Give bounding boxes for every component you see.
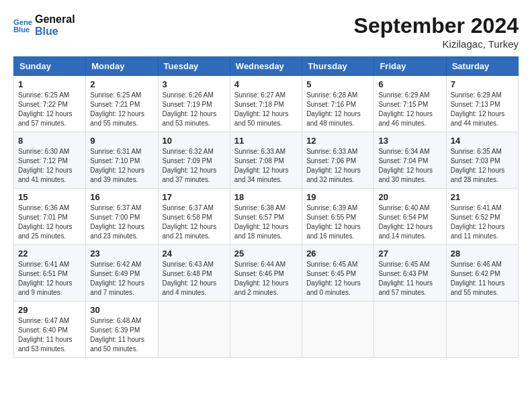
day-number: 22 bbox=[18, 248, 81, 259]
cell-sun-info: Sunrise: 6:43 AM Sunset: 6:48 PM Dayligh… bbox=[163, 260, 226, 298]
calendar-cell: 27Sunrise: 6:45 AM Sunset: 6:43 PM Dayli… bbox=[374, 245, 446, 302]
col-header-tuesday: Tuesday bbox=[158, 57, 230, 76]
calendar-cell: 16Sunrise: 6:37 AM Sunset: 7:00 PM Dayli… bbox=[86, 189, 158, 245]
calendar-cell: 25Sunrise: 6:44 AM Sunset: 6:46 PM Dayli… bbox=[230, 245, 302, 302]
logo-general: General bbox=[35, 13, 75, 26]
cell-sun-info: Sunrise: 6:44 AM Sunset: 6:46 PM Dayligh… bbox=[234, 260, 298, 298]
day-number: 27 bbox=[378, 248, 441, 259]
calendar-cell: 12Sunrise: 6:33 AM Sunset: 7:06 PM Dayli… bbox=[302, 132, 374, 189]
calendar-cell: 20Sunrise: 6:40 AM Sunset: 6:54 PM Dayli… bbox=[374, 189, 446, 245]
day-number: 13 bbox=[378, 136, 441, 146]
cell-sun-info: Sunrise: 6:38 AM Sunset: 6:57 PM Dayligh… bbox=[234, 203, 298, 241]
calendar-cell: 17Sunrise: 6:37 AM Sunset: 6:58 PM Dayli… bbox=[158, 189, 230, 245]
calendar-cell: 28Sunrise: 6:46 AM Sunset: 6:42 PM Dayli… bbox=[446, 245, 518, 302]
day-number: 14 bbox=[451, 136, 514, 146]
cell-sun-info: Sunrise: 6:37 AM Sunset: 6:58 PM Dayligh… bbox=[163, 203, 226, 241]
cell-sun-info: Sunrise: 6:45 AM Sunset: 6:45 PM Dayligh… bbox=[306, 260, 369, 298]
cell-sun-info: Sunrise: 6:42 AM Sunset: 6:49 PM Dayligh… bbox=[90, 260, 153, 298]
col-header-monday: Monday bbox=[86, 57, 158, 76]
day-number: 5 bbox=[306, 79, 369, 89]
col-header-friday: Friday bbox=[374, 57, 446, 76]
col-header-wednesday: Wednesday bbox=[230, 57, 302, 76]
svg-text:General: General bbox=[13, 18, 32, 26]
cell-sun-info: Sunrise: 6:46 AM Sunset: 6:42 PM Dayligh… bbox=[451, 260, 514, 298]
cell-sun-info: Sunrise: 6:39 AM Sunset: 6:55 PM Dayligh… bbox=[306, 203, 369, 241]
calendar-cell: 11Sunrise: 6:33 AM Sunset: 7:08 PM Dayli… bbox=[230, 132, 302, 189]
calendar-cell: 2Sunrise: 6:25 AM Sunset: 7:21 PM Daylig… bbox=[86, 76, 158, 132]
day-number: 6 bbox=[378, 79, 441, 89]
cell-sun-info: Sunrise: 6:48 AM Sunset: 6:39 PM Dayligh… bbox=[90, 316, 153, 354]
cell-sun-info: Sunrise: 6:27 AM Sunset: 7:18 PM Dayligh… bbox=[234, 91, 298, 128]
calendar-cell: 29Sunrise: 6:47 AM Sunset: 6:40 PM Dayli… bbox=[14, 302, 86, 358]
calendar-header-row: SundayMondayTuesdayWednesdayThursdayFrid… bbox=[14, 57, 519, 76]
day-number: 19 bbox=[306, 192, 369, 202]
cell-sun-info: Sunrise: 6:40 AM Sunset: 6:54 PM Dayligh… bbox=[378, 203, 441, 241]
logo-blue: Blue bbox=[35, 26, 75, 38]
calendar-cell: 4Sunrise: 6:27 AM Sunset: 7:18 PM Daylig… bbox=[230, 76, 302, 132]
month-title: September 2024 bbox=[354, 13, 519, 38]
day-number: 18 bbox=[234, 192, 298, 202]
day-number: 23 bbox=[90, 248, 153, 259]
col-header-saturday: Saturday bbox=[446, 57, 518, 76]
cell-sun-info: Sunrise: 6:47 AM Sunset: 6:40 PM Dayligh… bbox=[18, 316, 81, 354]
day-number: 30 bbox=[90, 305, 153, 315]
cell-sun-info: Sunrise: 6:30 AM Sunset: 7:12 PM Dayligh… bbox=[18, 147, 81, 185]
calendar-cell bbox=[158, 302, 230, 358]
calendar-cell: 3Sunrise: 6:26 AM Sunset: 7:19 PM Daylig… bbox=[158, 76, 230, 132]
day-number: 9 bbox=[90, 136, 153, 146]
logo: General Blue General Blue bbox=[13, 13, 75, 37]
day-number: 24 bbox=[163, 248, 226, 259]
cell-sun-info: Sunrise: 6:26 AM Sunset: 7:19 PM Dayligh… bbox=[163, 91, 226, 128]
cell-sun-info: Sunrise: 6:32 AM Sunset: 7:09 PM Dayligh… bbox=[163, 147, 226, 185]
calendar-cell: 14Sunrise: 6:35 AM Sunset: 7:03 PM Dayli… bbox=[446, 132, 518, 189]
cell-sun-info: Sunrise: 6:36 AM Sunset: 7:01 PM Dayligh… bbox=[18, 203, 81, 241]
cell-sun-info: Sunrise: 6:25 AM Sunset: 7:22 PM Dayligh… bbox=[18, 91, 81, 128]
calendar-week-row: 15Sunrise: 6:36 AM Sunset: 7:01 PM Dayli… bbox=[14, 189, 519, 245]
col-header-sunday: Sunday bbox=[14, 57, 86, 76]
day-number: 20 bbox=[378, 192, 441, 202]
cell-sun-info: Sunrise: 6:33 AM Sunset: 7:06 PM Dayligh… bbox=[306, 147, 369, 185]
day-number: 8 bbox=[18, 136, 81, 146]
cell-sun-info: Sunrise: 6:45 AM Sunset: 6:43 PM Dayligh… bbox=[378, 260, 441, 298]
calendar-cell: 18Sunrise: 6:38 AM Sunset: 6:57 PM Dayli… bbox=[230, 189, 302, 245]
cell-sun-info: Sunrise: 6:34 AM Sunset: 7:04 PM Dayligh… bbox=[378, 147, 441, 185]
day-number: 1 bbox=[18, 79, 81, 89]
day-number: 17 bbox=[163, 192, 226, 202]
calendar-cell: 10Sunrise: 6:32 AM Sunset: 7:09 PM Dayli… bbox=[158, 132, 230, 189]
day-number: 10 bbox=[163, 136, 226, 146]
calendar-cell: 22Sunrise: 6:41 AM Sunset: 6:51 PM Dayli… bbox=[14, 245, 86, 302]
day-number: 29 bbox=[18, 305, 81, 315]
cell-sun-info: Sunrise: 6:31 AM Sunset: 7:10 PM Dayligh… bbox=[90, 147, 153, 185]
calendar-cell: 23Sunrise: 6:42 AM Sunset: 6:49 PM Dayli… bbox=[86, 245, 158, 302]
logo-icon: General Blue bbox=[13, 16, 32, 35]
calendar-cell: 6Sunrise: 6:29 AM Sunset: 7:15 PM Daylig… bbox=[374, 76, 446, 132]
calendar-cell: 7Sunrise: 6:29 AM Sunset: 7:13 PM Daylig… bbox=[446, 76, 518, 132]
col-header-thursday: Thursday bbox=[302, 57, 374, 76]
calendar-cell: 21Sunrise: 6:41 AM Sunset: 6:52 PM Dayli… bbox=[446, 189, 518, 245]
day-number: 11 bbox=[234, 136, 298, 146]
calendar-cell bbox=[230, 302, 302, 358]
svg-text:Blue: Blue bbox=[13, 26, 30, 34]
calendar-cell: 13Sunrise: 6:34 AM Sunset: 7:04 PM Dayli… bbox=[374, 132, 446, 189]
calendar-cell: 5Sunrise: 6:28 AM Sunset: 7:16 PM Daylig… bbox=[302, 76, 374, 132]
calendar-cell: 9Sunrise: 6:31 AM Sunset: 7:10 PM Daylig… bbox=[86, 132, 158, 189]
cell-sun-info: Sunrise: 6:41 AM Sunset: 6:52 PM Dayligh… bbox=[451, 203, 514, 241]
calendar-cell: 19Sunrise: 6:39 AM Sunset: 6:55 PM Dayli… bbox=[302, 189, 374, 245]
day-number: 26 bbox=[306, 248, 369, 259]
title-block: September 2024 Kizilagac, Turkey bbox=[354, 13, 519, 50]
day-number: 2 bbox=[90, 79, 153, 89]
cell-sun-info: Sunrise: 6:41 AM Sunset: 6:51 PM Dayligh… bbox=[18, 260, 81, 298]
day-number: 4 bbox=[234, 79, 298, 89]
day-number: 15 bbox=[18, 192, 81, 202]
calendar-week-row: 1Sunrise: 6:25 AM Sunset: 7:22 PM Daylig… bbox=[14, 76, 519, 132]
calendar-cell: 30Sunrise: 6:48 AM Sunset: 6:39 PM Dayli… bbox=[86, 302, 158, 358]
calendar-week-row: 22Sunrise: 6:41 AM Sunset: 6:51 PM Dayli… bbox=[14, 245, 519, 302]
calendar-cell bbox=[302, 302, 374, 358]
calendar-table: SundayMondayTuesdayWednesdayThursdayFrid… bbox=[13, 56, 519, 358]
day-number: 16 bbox=[90, 192, 153, 202]
calendar-cell: 26Sunrise: 6:45 AM Sunset: 6:45 PM Dayli… bbox=[302, 245, 374, 302]
calendar-cell: 24Sunrise: 6:43 AM Sunset: 6:48 PM Dayli… bbox=[158, 245, 230, 302]
calendar-cell bbox=[446, 302, 518, 358]
cell-sun-info: Sunrise: 6:37 AM Sunset: 7:00 PM Dayligh… bbox=[90, 203, 153, 241]
day-number: 25 bbox=[234, 248, 298, 259]
